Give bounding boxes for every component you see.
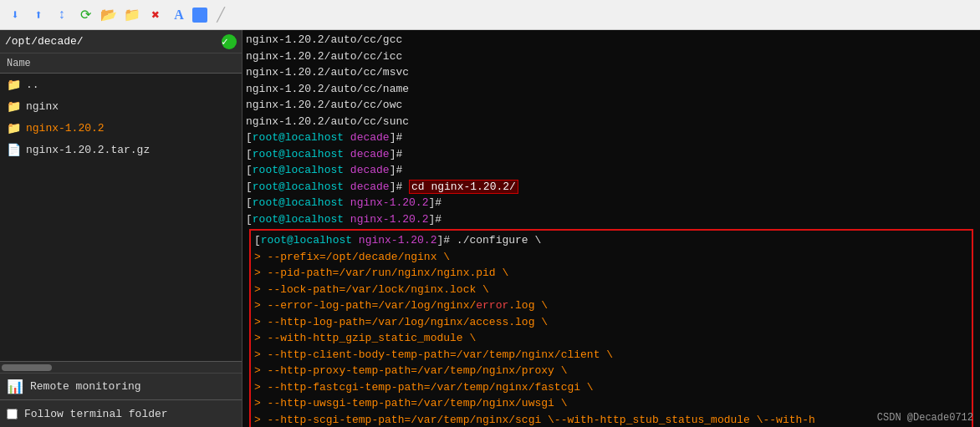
- sync-icon[interactable]: ↕: [52, 5, 72, 25]
- list-item[interactable]: 📁 ..: [0, 74, 242, 95]
- main-content: /opt/decade/ ✓ Name 📁 .. 📁 nginx 📁 nginx…: [0, 30, 980, 427]
- file-list: 📁 .. 📁 nginx 📁 nginx-1.20.2 📄 nginx-1.20…: [0, 74, 242, 361]
- terminal-line: > --with-http_gzip_static_module \: [254, 330, 968, 347]
- file-name: nginx: [26, 100, 59, 113]
- file-icon: 📄: [7, 143, 21, 157]
- follow-terminal-option: Follow terminal folder: [0, 400, 242, 427]
- terminal-line: nginx-1.20.2/auto/cc/icc: [246, 48, 977, 65]
- path-valid-icon: ✓: [222, 34, 237, 49]
- terminal-line: [root@localhost decade]#: [246, 130, 977, 146]
- terminal-line: > --error-log-path=/var/log/nginx/error.…: [254, 297, 968, 314]
- terminal-line: nginx-1.20.2/auto/cc/owc: [246, 97, 977, 114]
- terminal-line: > --http-log-path=/var/log/nginx/access.…: [254, 314, 968, 331]
- current-path: /opt/decade/: [5, 35, 222, 48]
- terminal-panel[interactable]: nginx-1.20.2/auto/cc/gcc nginx-1.20.2/au…: [242, 30, 980, 427]
- file-browser-panel: /opt/decade/ ✓ Name 📁 .. 📁 nginx 📁 nginx…: [0, 30, 242, 427]
- terminal-line: > --http-scgi-temp-path=/var/temp/nginx/…: [254, 412, 968, 428]
- follow-terminal-checkbox[interactable]: [7, 409, 18, 419]
- left-bottom-panel: 📊 Remote monitoring Follow terminal fold…: [0, 373, 242, 427]
- terminal-line: nginx-1.20.2/auto/cc/msvc: [246, 64, 977, 81]
- list-item[interactable]: 📁 nginx: [0, 95, 242, 117]
- file-name: nginx-1.20.2.tar.gz: [26, 144, 150, 156]
- terminal-line: nginx-1.20.2/auto/cc/name: [246, 81, 977, 98]
- list-item[interactable]: 📁 nginx-1.20.2: [0, 117, 242, 139]
- follow-terminal-label: Follow terminal folder: [24, 408, 168, 420]
- file-name: nginx-1.20.2: [26, 122, 105, 135]
- csdn-watermark: CSDN @Decade0712: [877, 412, 973, 424]
- new-folder-icon[interactable]: 📁: [122, 5, 142, 25]
- terminal-line: > --http-uwsgi-temp-path=/var/temp/nginx…: [254, 395, 968, 412]
- terminal-line: nginx-1.20.2/auto/cc/gcc: [246, 32, 977, 48]
- file-column-header: Name: [0, 53, 242, 74]
- up-icon[interactable]: ⬆: [28, 5, 48, 25]
- terminal-line: > --http-fastcgi-temp-path=/var/temp/ngi…: [254, 379, 968, 396]
- scrollbar-thumb[interactable]: [2, 364, 52, 371]
- toolbar: ⬇ ⬆ ↕ ⟳ 📂 📁 ✖ A ╱: [0, 0, 980, 30]
- configure-command-block: [root@localhost nginx-1.20.2]# ./configu…: [249, 229, 973, 427]
- terminal-line: > --prefix=/opt/decade/nginx \: [254, 249, 968, 266]
- download-icon[interactable]: [192, 8, 207, 23]
- folder-icon: 📁: [7, 99, 21, 114]
- refresh-icon[interactable]: ⟳: [75, 5, 95, 25]
- terminal-line: > --pid-path=/var/run/nginx/nginx.pid \: [254, 265, 968, 282]
- file-name: ..: [26, 79, 39, 91]
- terminal-line: > --http-proxy-temp-path=/var/temp/nginx…: [254, 363, 968, 379]
- terminal-cd-line: [root@localhost decade]# cd nginx-1.20.2…: [246, 179, 977, 196]
- rename-icon[interactable]: A: [169, 5, 189, 25]
- terminal-line: [root@localhost nginx-1.20.2]# ./configu…: [254, 232, 968, 249]
- terminal-line: [root@localhost nginx-1.20.2]#: [246, 195, 977, 211]
- delete-icon[interactable]: ✖: [145, 5, 166, 25]
- remote-monitoring-button[interactable]: 📊 Remote monitoring: [0, 374, 242, 400]
- list-item[interactable]: 📄 nginx-1.20.2.tar.gz: [0, 139, 242, 160]
- folder-open-icon[interactable]: 📂: [99, 5, 119, 25]
- horizontal-scrollbar[interactable]: [0, 361, 242, 373]
- back-icon[interactable]: ⬇: [5, 5, 25, 25]
- terminal-output: nginx-1.20.2/auto/cc/gcc nginx-1.20.2/au…: [242, 30, 980, 427]
- terminal-line: [root@localhost decade]#: [246, 146, 977, 163]
- remote-monitoring-label: Remote monitoring: [30, 380, 141, 393]
- path-bar: /opt/decade/ ✓: [0, 30, 242, 53]
- terminal-line: [root@localhost decade]#: [246, 162, 977, 179]
- monitor-icon: 📊: [7, 379, 23, 395]
- terminal-line: nginx-1.20.2/auto/cc/sunc: [246, 114, 977, 130]
- properties-icon[interactable]: ╱: [211, 5, 231, 25]
- terminal-line: > --lock-path=/var/lock/nginx.lock \: [254, 282, 968, 298]
- parent-folder-icon: 📁: [7, 78, 21, 92]
- terminal-line: [root@localhost nginx-1.20.2]#: [246, 211, 977, 228]
- folder-icon: 📁: [7, 121, 21, 135]
- terminal-line: > --http-client-body-temp-path=/var/temp…: [254, 347, 968, 363]
